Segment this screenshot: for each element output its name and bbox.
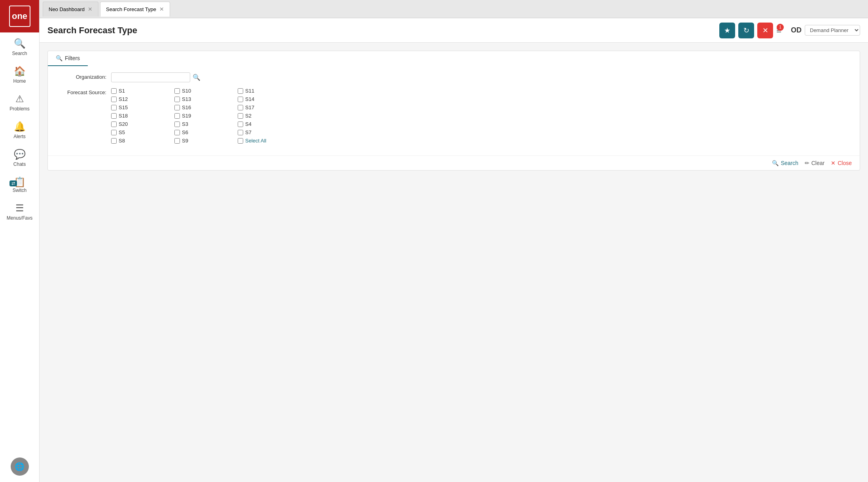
search-btn-label: Search xyxy=(781,160,798,166)
checkbox-s19-input[interactable] xyxy=(174,113,180,119)
filters-search-button[interactable]: 🔍 Search xyxy=(772,160,798,166)
organization-search-button[interactable]: 🔍 xyxy=(193,74,200,81)
filter-icon: 🔍 xyxy=(56,55,62,61)
checkbox-s3[interactable]: S3 xyxy=(174,121,238,127)
checkbox-s13-input[interactable] xyxy=(174,97,180,102)
warning-icon: ⚠ xyxy=(15,93,24,104)
sidebar-item-alerts[interactable]: 🔔 Alerts xyxy=(0,116,39,143)
checkbox-s16-input[interactable] xyxy=(174,105,180,110)
checkbox-s6-input[interactable] xyxy=(174,130,180,135)
checkbox-s18-input[interactable] xyxy=(111,113,117,119)
tab-label: Search Forecast Type xyxy=(106,6,156,12)
sidebar-item-label: Switch xyxy=(13,188,26,193)
checkbox-s5[interactable]: S5 xyxy=(111,129,174,135)
sidebar-item-chats[interactable]: 💬 Chats xyxy=(0,143,39,171)
tab-close-search-forecast-type[interactable]: ✕ xyxy=(159,6,164,12)
top-actions: ★ ↻ ✕ ≡ 1 OD Demand Planner xyxy=(719,23,860,38)
checkbox-s12[interactable]: S12 xyxy=(111,96,174,102)
checkbox-s17-input[interactable] xyxy=(238,105,243,110)
checkbox-s8-input[interactable] xyxy=(111,138,117,144)
sidebar-item-switch[interactable]: 📋 ⇄ Switch xyxy=(0,171,39,197)
checkbox-s14-input[interactable] xyxy=(238,97,243,102)
tab-neo-dashboard[interactable]: Neo Dashboard ✕ xyxy=(43,2,98,17)
sidebar-item-label: Menus/Favs xyxy=(7,215,32,221)
content-area: 🔍 Filters Organization: 🔍 Forecast Sourc… xyxy=(40,43,868,482)
switch-badge: ⇄ xyxy=(9,180,17,186)
sidebar-item-menus-favs[interactable]: ☰ Menus/Favs xyxy=(0,197,39,225)
tab-bar: Neo Dashboard ✕ Search Forecast Type ✕ xyxy=(40,0,868,18)
checkbox-s3-input[interactable] xyxy=(174,121,180,127)
checkbox-s19[interactable]: S19 xyxy=(174,113,238,119)
select-all-link[interactable]: Select All xyxy=(245,138,266,144)
checkbox-s6[interactable]: S6 xyxy=(174,129,238,135)
checkbox-s17[interactable]: S17 xyxy=(238,104,301,110)
favorite-button[interactable]: ★ xyxy=(719,23,735,38)
filters-tab[interactable]: 🔍 Filters xyxy=(48,51,88,66)
checkbox-s2-input[interactable] xyxy=(238,113,243,119)
clear-icon: ✏ xyxy=(805,160,809,166)
checkbox-select-all-input[interactable] xyxy=(238,138,243,144)
checkbox-s13[interactable]: S13 xyxy=(174,96,238,102)
checkbox-s10-input[interactable] xyxy=(174,88,180,94)
page-title: Search Forecast Type xyxy=(47,25,719,36)
search-icon: 🔍 xyxy=(772,160,779,166)
checkbox-s5-input[interactable] xyxy=(111,130,117,135)
checkbox-s15[interactable]: S15 xyxy=(111,104,174,110)
checkbox-s1-input[interactable] xyxy=(111,88,117,94)
refresh-icon: ↻ xyxy=(743,26,749,35)
checkbox-s9[interactable]: S9 xyxy=(174,138,238,144)
checkbox-s10[interactable]: S10 xyxy=(174,88,238,94)
sidebar-item-label: Home xyxy=(13,78,26,84)
checkbox-select-all[interactable]: Select All xyxy=(238,138,301,144)
checkbox-s8[interactable]: S8 xyxy=(111,138,174,144)
checkbox-s1[interactable]: S1 xyxy=(111,88,174,94)
home-icon: 🏠 xyxy=(14,66,26,77)
checkbox-s14[interactable]: S14 xyxy=(238,96,301,102)
checkbox-s7-input[interactable] xyxy=(238,130,243,135)
organization-input[interactable] xyxy=(111,72,190,82)
menu-icon: ☰ xyxy=(15,203,24,214)
tab-label: Neo Dashboard xyxy=(49,6,85,12)
close-button[interactable]: ✕ xyxy=(757,23,773,38)
checkbox-s11-input[interactable] xyxy=(238,88,243,94)
filters-body: Organization: 🔍 Forecast Source: S1 xyxy=(48,66,860,156)
sidebar-item-home[interactable]: 🏠 Home xyxy=(0,60,39,88)
tab-close-neo-dashboard[interactable]: ✕ xyxy=(88,6,93,12)
user-role-select[interactable]: Demand Planner xyxy=(805,25,860,36)
filters-clear-button[interactable]: ✏ Clear xyxy=(805,160,825,166)
checkbox-s4[interactable]: S4 xyxy=(238,121,301,127)
filters-tab-label: Filters xyxy=(65,55,80,61)
refresh-button[interactable]: ↻ xyxy=(738,23,754,38)
checkbox-s11[interactable]: S11 xyxy=(238,88,301,94)
sidebar-logo: one xyxy=(0,0,39,32)
sidebar: one 🔍 Search 🏠 Home ⚠ Problems 🔔 Alerts … xyxy=(0,0,40,482)
checkbox-s4-input[interactable] xyxy=(238,121,243,127)
checkbox-s20[interactable]: S20 xyxy=(111,121,174,127)
close-btn-label: Close xyxy=(838,160,852,166)
filters-panel: 🔍 Filters Organization: 🔍 Forecast Sourc… xyxy=(47,51,860,171)
top-bar: Search Forecast Type ★ ↻ ✕ ≡ 1 OD Demand… xyxy=(40,18,868,43)
sidebar-item-problems[interactable]: ⚠ Problems xyxy=(0,88,39,116)
sidebar-item-label: Chats xyxy=(13,161,26,167)
sidebar-avatar[interactable]: 🌐 xyxy=(11,457,29,476)
filters-close-button[interactable]: ✕ Close xyxy=(831,160,852,166)
checkbox-s16[interactable]: S16 xyxy=(174,104,238,110)
main-area: Neo Dashboard ✕ Search Forecast Type ✕ S… xyxy=(40,0,868,482)
checkbox-s9-input[interactable] xyxy=(174,138,180,144)
checkbox-s15-input[interactable] xyxy=(111,105,117,110)
checkbox-s2[interactable]: S2 xyxy=(238,113,301,119)
search-icon: 🔍 xyxy=(14,38,26,49)
sidebar-item-label: Problems xyxy=(9,106,30,112)
checkbox-s12-input[interactable] xyxy=(111,97,117,102)
app-logo: one xyxy=(9,6,30,27)
forecast-source-label: Forecast Source: xyxy=(56,88,111,95)
sidebar-item-label: Search xyxy=(12,51,27,56)
sidebar-item-label: Alerts xyxy=(13,134,26,139)
chat-icon: 💬 xyxy=(14,149,26,160)
sidebar-item-search[interactable]: 🔍 Search xyxy=(0,32,39,60)
checkbox-s7[interactable]: S7 xyxy=(238,129,301,135)
checkbox-s20-input[interactable] xyxy=(111,121,117,127)
checkbox-s18[interactable]: S18 xyxy=(111,113,174,119)
tab-search-forecast-type[interactable]: Search Forecast Type ✕ xyxy=(100,2,170,17)
forecast-source-row: Forecast Source: S1 S10 S11 xyxy=(56,88,852,144)
